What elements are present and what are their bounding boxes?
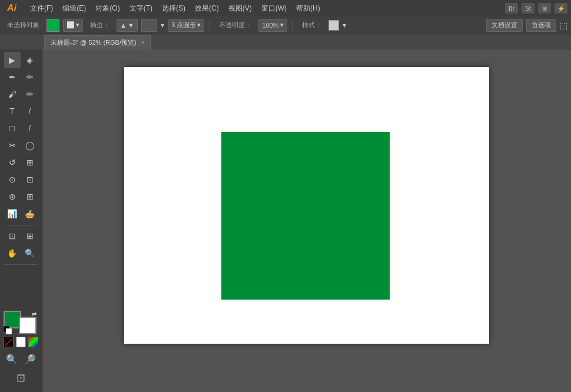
title-bar-icons: Br St ⊞ ⚡ [505,3,567,14]
point-type-btn[interactable]: 3 点圆形 ▾ [168,19,204,32]
doc-setup-btn[interactable]: 文档设置 [486,19,523,32]
tab-close-btn[interactable]: × [141,39,145,46]
stroke-label: 插边： [87,21,113,29]
magnifier-row: 🔍 🔎 [4,351,38,367]
type-tool[interactable]: T [4,103,21,119]
opacity-btn[interactable]: 100% ▾ [258,19,287,32]
toolbox: ▶ ◈ ✒ ✏ 🖌 ✏ T / □ / ✂ ◯ ↺ ⊞ ⊙ ⊡ [0,49,42,392]
menu-object[interactable]: 对象(O) [91,2,124,15]
tool-row-12: ✋ 🔍 [0,245,42,261]
reflect-tool[interactable]: ◯ [22,137,38,154]
color-area: ⇄ 🔍 🔎 ⊡ [0,307,42,390]
stroke-btn[interactable]: ⬜ ▾ [63,19,83,32]
main-layout: ▶ ◈ ✒ ✏ 🖌 ✏ T / □ / ✂ ◯ ↺ ⊞ ⊙ ⊡ [0,49,571,392]
warp-tool[interactable]: ↺ [4,154,21,171]
selection-tool[interactable]: ▶ [4,52,21,68]
stroke-width-btn[interactable]: ▲ ▼ [117,19,138,32]
menu-select[interactable]: 选择(S) [158,2,190,15]
divider-1 [210,19,210,31]
fill-color-box[interactable] [47,19,59,32]
stroke-width-input[interactable] [141,19,157,32]
point-arrow: ▾ [197,21,201,29]
line-tool[interactable]: / [22,103,38,119]
tool-row-6: ✂ ◯ [0,137,42,154]
pencil-tool[interactable]: ✏ [22,86,38,102]
opacity-arrow: ▾ [280,21,284,29]
opacity-value: 100% [262,22,278,29]
symbol-tool[interactable]: ⊞ [22,188,38,205]
background-color[interactable] [19,317,36,334]
eyedropper-tool[interactable]: ⊙ [4,171,21,188]
preferences-btn[interactable]: 首选项 [526,19,556,32]
blend-tool[interactable]: ⊕ [4,188,21,205]
svg-rect-1 [6,328,12,334]
shaper-tool[interactable]: / [22,120,38,137]
app-logo: Ai [4,3,20,14]
point-type-label: 3 点圆形 [171,21,196,29]
pie-graph-tool[interactable]: 🥧 [22,205,38,222]
measure-tool[interactable]: ⊡ [22,171,38,188]
tool-separator-2 [4,264,38,265]
reset-colors-icon[interactable] [4,326,12,334]
pen-tool[interactable]: ✒ [4,69,21,85]
stock-icon[interactable]: St [522,3,535,14]
kuler-icon[interactable]: ⚡ [555,3,567,14]
style-arrow: ▾ [343,21,346,29]
swap-colors-icon[interactable]: ⇄ [32,311,36,317]
stroke-width-value [143,19,155,26]
stroke-width-up[interactable]: ▲ [120,22,127,29]
rect-tool[interactable]: □ [4,120,21,137]
tool-row-8: ⊙ ⊡ [0,171,42,188]
grid-icon[interactable]: ⊞ [538,3,551,14]
color-swatches: ⇄ [4,311,36,334]
tool-separator-1 [4,225,38,225]
divider-2 [293,19,293,31]
tool-bottom-row: ⊡ [4,370,38,386]
hand-tool[interactable]: ✋ [4,245,21,261]
gradient-color-btn[interactable] [28,337,38,347]
menu-edit[interactable]: 编辑(E) [58,2,90,15]
zoom-in-tool[interactable]: 🔍 [4,351,20,367]
tool-row-3: 🖌 ✏ [0,86,42,102]
style-preview[interactable] [328,20,339,31]
document-tab[interactable]: 未标题-3* @ 52% (RGB/预览) × [44,35,151,49]
brush-tool[interactable]: 🖌 [4,86,21,102]
green-rectangle[interactable] [221,132,390,300]
tool-row-7: ↺ ⊞ [0,154,42,171]
menu-window[interactable]: 窗口(W) [257,2,291,15]
menu-help[interactable]: 帮助(H) [292,2,324,15]
tool-row-10: 📊 🥧 [0,205,42,222]
direct-selection-tool[interactable]: ◈ [22,52,38,68]
menu-bar: 文件(F) 编辑(E) 对象(O) 文字(T) 选择(S) 效果(C) 视图(V… [26,2,499,15]
rotate-tool[interactable]: ✂ [4,137,21,154]
artboards-panel-btn[interactable]: ⊡ [13,370,29,386]
menu-effect[interactable]: 效果(C) [191,2,223,15]
stroke-arrow: ▾ [76,21,79,29]
slice-tool[interactable]: ⊞ [22,228,38,244]
tab-bar: 未标题-3* @ 52% (RGB/预览) × [0,34,571,49]
bridge-icon[interactable]: Br [505,3,518,14]
tool-row-2: ✒ ✏ [0,69,42,85]
menu-text[interactable]: 文字(T) [125,2,157,15]
artboard-tool[interactable]: ⊡ [4,228,21,244]
options-bar: 未选择对象 ⬜ ▾ 插边： ▲ ▼ ▾ 3 点圆形 ▾ 不透明度： 100% ▾… [0,16,571,34]
menu-view[interactable]: 视图(V) [224,2,256,15]
bar-graph-tool[interactable]: 📊 [4,205,21,222]
canvas-area[interactable] [42,49,571,392]
opacity-label: 不透明度： [215,21,255,29]
zoom-out-tool[interactable]: 🔎 [22,351,39,367]
title-bar: Ai 文件(F) 编辑(E) 对象(O) 文字(T) 选择(S) 效果(C) 视… [0,0,571,16]
style-label: 样式： [298,21,325,29]
zoom-tool[interactable]: 🔍 [22,245,38,261]
stroke-icon: ⬜ [67,21,75,29]
tool-row-5: □ / [0,120,42,137]
tool-row-4: T / [0,103,42,119]
tab-title: 未标题-3* @ 52% (RGB/预览) [51,38,137,47]
menu-file[interactable]: 文件(F) [26,2,57,15]
free-transform-tool[interactable]: ⊞ [22,154,38,171]
white-color-btn[interactable] [16,337,26,347]
none-color-btn[interactable] [4,337,14,347]
stroke-width-down[interactable]: ▼ [128,22,134,29]
workspace-btn[interactable]: ⬚ [560,21,567,30]
curvature-tool[interactable]: ✏ [22,69,38,85]
